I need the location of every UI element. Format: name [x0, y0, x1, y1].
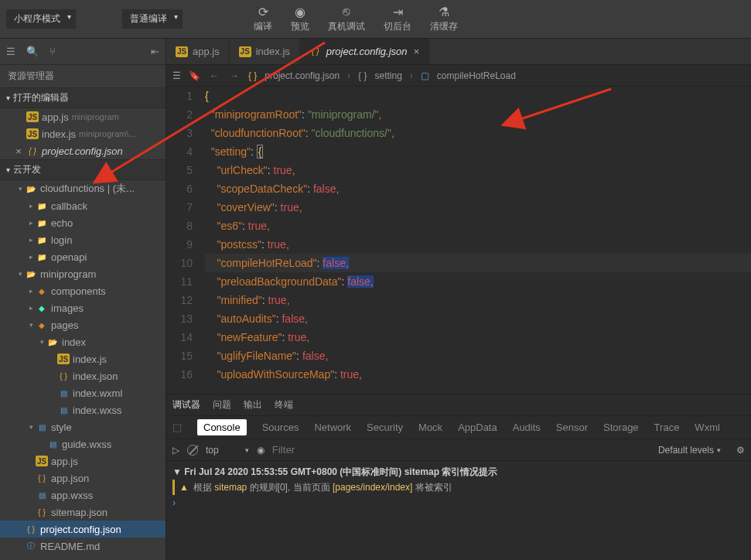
tree-item[interactable]: ▤index.wxss: [0, 401, 166, 418]
devtools-tab[interactable]: AppData: [458, 422, 497, 433]
devtools-tab[interactable]: Sources: [262, 422, 299, 433]
breadcrumb-file[interactable]: project.config.json: [265, 70, 340, 81]
editor-tab[interactable]: { }project.config.json×: [300, 39, 429, 64]
clear-cache-button[interactable]: ⚗清缓存: [430, 5, 458, 33]
open-editor-item[interactable]: JSindex.jsminiprogram\...: [0, 125, 166, 142]
tree-item[interactable]: JSapp.js: [0, 452, 166, 470]
console-filter-row: ▷ top ◉ Default levels ⚙: [166, 439, 751, 461]
devtools-tab[interactable]: Trace: [654, 422, 680, 433]
tree-item[interactable]: { }sitemap.json: [0, 504, 166, 521]
debug-subtabs: ⬚ ConsoleSourcesNetworkSecurityMockAppDa…: [166, 416, 751, 439]
tree-item[interactable]: ▾◆pages: [0, 316, 166, 333]
settings-icon[interactable]: ⚙: [736, 445, 745, 456]
tree-item[interactable]: ▾📂cloudfunctions | (未...: [0, 180, 166, 197]
tree-item[interactable]: ▸📁callback: [0, 197, 166, 214]
debug-main-tabs: 调试器问题输出终端: [166, 394, 751, 416]
cloud-dev-section[interactable]: 云开发: [0, 159, 166, 180]
play-icon[interactable]: ▷: [172, 445, 179, 456]
compile-dropdown[interactable]: 普通编译: [122, 9, 183, 29]
tree-item[interactable]: ⓘREADME.md: [0, 538, 166, 555]
debug-tab[interactable]: 问题: [213, 398, 231, 411]
tree-item[interactable]: ▤index.wxml: [0, 384, 166, 401]
tree-item[interactable]: ▸◆images: [0, 299, 166, 316]
preview-button[interactable]: ◉预览: [291, 5, 309, 33]
tree-item[interactable]: ▸📁login: [0, 231, 166, 248]
tree-item[interactable]: { }index.json: [0, 367, 166, 384]
forward-icon[interactable]: →: [230, 70, 239, 81]
tree-item[interactable]: ▸📁openapi: [0, 248, 166, 265]
debug-tab[interactable]: 终端: [275, 398, 293, 411]
collapse-icon[interactable]: ⇤: [151, 46, 159, 57]
scope-dropdown[interactable]: top: [206, 445, 249, 456]
breadcrumb-leaf[interactable]: compileHotReLoad: [437, 70, 516, 81]
devtools-tab[interactable]: Audits: [513, 422, 541, 433]
devtools-tab[interactable]: Wxml: [695, 422, 720, 433]
console-body: ▼ Fri Jul 24 2020 15:53:55 GMT+0800 (中国标…: [166, 461, 751, 560]
json-icon: { }: [248, 70, 257, 81]
devtools-tab[interactable]: Storage: [603, 422, 639, 433]
top-toolbar: 小程序模式 普通编译 ⟳编译 ◉预览 ⎋真机调试 ⇥切后台 ⚗清缓存: [0, 0, 751, 39]
breadcrumb-leaf-icon: ▢: [421, 70, 429, 81]
back-icon[interactable]: ←: [210, 70, 219, 81]
editor-tabs: JSapp.jsJSindex.js{ }project.config.json…: [166, 39, 751, 65]
tree-item[interactable]: { }app.json: [0, 470, 166, 487]
tree-item[interactable]: ▤app.wxss: [0, 487, 166, 504]
tree-item[interactable]: JSindex.js: [0, 350, 166, 367]
devtools-tab[interactable]: Security: [367, 422, 403, 433]
close-icon[interactable]: ×: [414, 46, 420, 57]
devtools-tab[interactable]: Sensor: [556, 422, 588, 433]
debug-panel: 调试器问题输出终端 ⬚ ConsoleSourcesNetworkSecurit…: [166, 394, 751, 560]
tree-item[interactable]: ▸◆components: [0, 282, 166, 299]
editor-area: JSapp.jsJSindex.js{ }project.config.json…: [166, 39, 751, 560]
tree-item[interactable]: { }project.config.json: [0, 521, 166, 538]
eye-icon[interactable]: ◉: [257, 445, 265, 456]
list-icon[interactable]: ☰: [6, 46, 15, 57]
clear-console-icon[interactable]: [187, 445, 198, 456]
editor-tab[interactable]: JSindex.js: [230, 39, 300, 64]
levels-dropdown[interactable]: Default levels: [658, 445, 721, 456]
explorer-title: 资源管理器: [0, 65, 166, 87]
mode-dropdown[interactable]: 小程序模式: [6, 9, 76, 29]
debug-tab[interactable]: 调试器: [172, 398, 200, 411]
filter-input[interactable]: [272, 444, 650, 456]
breadcrumb-setting[interactable]: setting: [374, 70, 401, 81]
explorer-iconrow: ☰ 🔍 ⑂ ⇤: [0, 39, 166, 65]
open-editors-section[interactable]: 打开的编辑器: [0, 87, 166, 108]
tree-item[interactable]: ▸📁echo: [0, 214, 166, 231]
explorer-panel: ☰ 🔍 ⑂ ⇤ 资源管理器 打开的编辑器 JSapp.jsminiprogram…: [0, 39, 166, 560]
console-group-header[interactable]: ▼ Fri Jul 24 2020 15:53:55 GMT+0800 (中国标…: [172, 464, 745, 480]
background-button[interactable]: ⇥切后台: [384, 5, 411, 33]
breadcrumb: ☰ 🔖 ← → { } project.config.json › { } se…: [166, 65, 751, 87]
console-warning-row: ▲ 根据 sitemap 的规则[0], 当前页面 [pages/index/i…: [172, 480, 745, 495]
devtools-tab[interactable]: Network: [314, 422, 351, 433]
breadcrumb-root[interactable]: { }: [358, 70, 367, 81]
inspect-icon[interactable]: ⬚: [172, 422, 182, 433]
code-editor[interactable]: 12345678910111213141516 { "miniprogramRo…: [166, 87, 751, 394]
branch-icon[interactable]: ⑂: [49, 46, 56, 57]
devtools-tab[interactable]: Mock: [418, 422, 442, 433]
debug-tab[interactable]: 输出: [244, 398, 262, 411]
open-editor-item[interactable]: JSapp.jsminiprogram: [0, 108, 166, 125]
open-editor-item[interactable]: ×{ }project.config.json: [0, 142, 166, 159]
tree-item[interactable]: ▾▤style: [0, 418, 166, 435]
warning-icon: ▲: [179, 482, 189, 493]
tree-item[interactable]: ▤guide.wxss: [0, 435, 166, 452]
tree-item[interactable]: ▾📂index: [0, 333, 166, 350]
remote-debug-button[interactable]: ⎋真机调试: [328, 5, 365, 33]
tree-item[interactable]: ▾📂miniprogram: [0, 265, 166, 282]
devtools-tab[interactable]: Console: [197, 419, 247, 435]
search-icon[interactable]: 🔍: [26, 46, 39, 57]
file-tree: ▾📂cloudfunctions | (未...▸📁callback▸📁echo…: [0, 180, 166, 560]
console-prompt[interactable]: ›: [172, 495, 745, 510]
bookmark-icon[interactable]: 🔖: [189, 70, 200, 81]
build-button[interactable]: ⟳编译: [254, 5, 272, 33]
menu-icon[interactable]: ☰: [172, 70, 181, 81]
editor-tab[interactable]: JSapp.js: [166, 39, 230, 64]
